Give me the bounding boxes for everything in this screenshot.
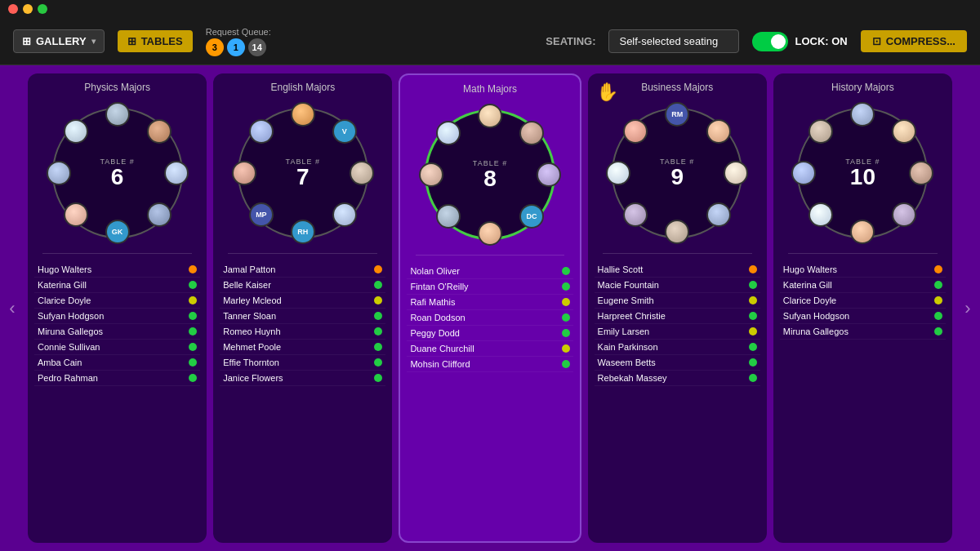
seat-t7-3[interactable] xyxy=(332,202,357,227)
person-name: Sufyan Hodgson xyxy=(783,311,849,321)
list-item[interactable]: Belle Kaiser xyxy=(220,278,385,293)
seat-t6-0[interactable] xyxy=(105,102,130,127)
next-arrow[interactable]: › xyxy=(956,298,980,319)
list-item[interactable]: Sufyan Hodgson xyxy=(34,309,200,324)
prev-arrow[interactable]: ‹ xyxy=(0,298,24,319)
seat-t6-7[interactable] xyxy=(64,119,88,144)
person-name: Sufyan Hodgson xyxy=(38,311,104,321)
badge-gray[interactable]: 14 xyxy=(248,38,266,56)
list-item[interactable]: Pedro Rahman xyxy=(34,371,200,386)
seat-t7-2[interactable] xyxy=(350,161,374,185)
list-item[interactable]: Janice Flowers xyxy=(220,371,385,386)
table-label-t7: TABLE #7 xyxy=(286,158,320,189)
seat-t9-2[interactable] xyxy=(724,161,748,185)
person-list-t6: Hugo WaltersKaterina GillClarice DoyleSu… xyxy=(34,262,200,535)
list-item[interactable]: Roan Dodson xyxy=(407,310,572,326)
seat-t8-2[interactable] xyxy=(537,162,561,187)
seat-t9-1[interactable] xyxy=(706,119,731,144)
seating-dropdown[interactable]: Self-selected seating xyxy=(608,29,739,53)
status-dot xyxy=(189,327,197,335)
list-item[interactable]: Waseem Betts xyxy=(595,355,760,371)
seat-t7-1[interactable]: V xyxy=(332,119,357,144)
badge-blue[interactable]: 1 xyxy=(227,38,245,56)
table-card-t7[interactable]: English MajorsTABLE #7VRHMPJamal PattonB… xyxy=(213,73,392,543)
list-item[interactable]: Miruna Gallegos xyxy=(780,324,946,340)
seat-t6-1[interactable] xyxy=(147,119,172,144)
seat-t10-2[interactable] xyxy=(909,161,933,185)
seat-t8-5[interactable] xyxy=(436,204,461,229)
seat-t6-3[interactable] xyxy=(147,202,172,227)
list-item[interactable]: Mehmet Poole xyxy=(220,340,385,355)
list-item[interactable]: Macie Fountain xyxy=(595,278,760,293)
compress-button[interactable]: ⊡ COMPRESS... xyxy=(861,30,967,52)
list-item[interactable]: Nolan Oliver xyxy=(407,264,572,279)
table-label-t9: TABLE #9 xyxy=(660,158,694,189)
seat-t6-2[interactable] xyxy=(164,161,189,185)
seat-t9-0[interactable]: RM xyxy=(665,102,689,127)
seat-t8-4[interactable] xyxy=(478,221,502,246)
list-item[interactable]: Rafi Mathis xyxy=(407,295,572,310)
seat-t8-7[interactable] xyxy=(436,121,461,145)
close-button[interactable] xyxy=(8,4,18,14)
list-item[interactable]: Mohsin Clifford xyxy=(407,357,572,372)
table-card-t8[interactable]: Math MajorsTABLE #8DCNolan OliverFintan … xyxy=(399,73,581,543)
maximize-button[interactable] xyxy=(38,4,47,14)
table-card-t6[interactable]: Physics MajorsTABLE #6GKHugo WaltersKate… xyxy=(28,73,207,543)
list-item[interactable]: Tanner Sloan xyxy=(220,309,385,324)
seat-t8-0[interactable] xyxy=(478,104,502,128)
list-item[interactable]: Effie Thornton xyxy=(220,355,385,371)
lock-toggle-wrap: LOCK: ON xyxy=(752,32,847,51)
person-name: Macie Fountain xyxy=(598,280,659,290)
minimize-button[interactable] xyxy=(23,4,33,14)
list-item[interactable]: Emily Larsen xyxy=(595,324,760,340)
table-card-t10[interactable]: History MajorsTABLE #10Hugo WaltersKater… xyxy=(773,73,952,543)
list-item[interactable]: Jamal Patton xyxy=(220,262,385,278)
seat-t7-5[interactable]: MP xyxy=(249,202,274,227)
list-item[interactable]: Peggy Dodd xyxy=(407,326,572,341)
list-item[interactable]: Sufyan Hodgson xyxy=(780,309,946,324)
seat-t10-3[interactable] xyxy=(892,202,916,227)
table-title-t7: English Majors xyxy=(270,82,335,93)
list-item[interactable]: Fintan O'Reilly xyxy=(407,279,572,295)
list-item[interactable]: Duane Churchill xyxy=(407,341,572,357)
seat-t6-6[interactable] xyxy=(47,161,71,185)
seat-t7-6[interactable] xyxy=(232,161,256,185)
list-item[interactable]: Hugo Walters xyxy=(34,262,200,278)
table-card-t9[interactable]: Business Majors✋TABLE #9RMHallie ScottMa… xyxy=(588,73,767,543)
seat-t7-4[interactable]: RH xyxy=(291,220,315,244)
seat-t9-3[interactable] xyxy=(706,202,731,227)
seat-t7-0[interactable] xyxy=(291,102,315,127)
lock-toggle[interactable] xyxy=(752,32,788,51)
seat-t9-5[interactable] xyxy=(623,202,648,227)
list-item[interactable]: Kain Parkinson xyxy=(595,340,760,355)
seat-t9-6[interactable] xyxy=(606,161,630,185)
list-item[interactable]: Amba Cain xyxy=(34,355,200,371)
list-item[interactable]: Marley Mcleod xyxy=(220,293,385,309)
seat-t8-3[interactable]: DC xyxy=(519,204,544,229)
list-item[interactable]: Clarice Doyle xyxy=(34,293,200,309)
list-item[interactable]: Connie Sullivan xyxy=(34,340,200,355)
list-item[interactable]: Clarice Doyle xyxy=(780,293,946,309)
badge-orange[interactable]: 3 xyxy=(206,38,224,56)
seat-t8-1[interactable] xyxy=(519,121,544,145)
seat-t6-5[interactable] xyxy=(64,202,88,227)
gallery-button[interactable]: ⊞ GALLERY ▾ xyxy=(13,29,105,53)
list-item[interactable]: Katerina Gill xyxy=(780,278,946,293)
list-item[interactable]: Eugene Smith xyxy=(595,293,760,309)
gallery-icon: ⊞ xyxy=(22,35,31,47)
list-item[interactable]: Rebekah Massey xyxy=(595,371,760,386)
seat-t7-7[interactable] xyxy=(249,119,274,144)
seat-t9-4[interactable] xyxy=(665,220,689,244)
list-item[interactable]: Katerina Gill xyxy=(34,278,200,293)
list-item[interactable]: Miruna Gallegos xyxy=(34,324,200,340)
tables-button[interactable]: ⊞ TABLES xyxy=(118,30,193,52)
seat-t8-6[interactable] xyxy=(419,162,443,187)
seat-t10-4[interactable] xyxy=(850,220,875,244)
list-item[interactable]: Romeo Huynh xyxy=(220,324,385,340)
list-item[interactable]: Hallie Scott xyxy=(595,262,760,278)
person-name: Fintan O'Reilly xyxy=(410,282,468,291)
list-item[interactable]: Harpreet Christie xyxy=(595,309,760,324)
seat-t6-4[interactable]: GK xyxy=(105,220,130,244)
list-item[interactable]: Hugo Walters xyxy=(780,262,946,278)
compress-icon: ⊡ xyxy=(872,35,881,47)
